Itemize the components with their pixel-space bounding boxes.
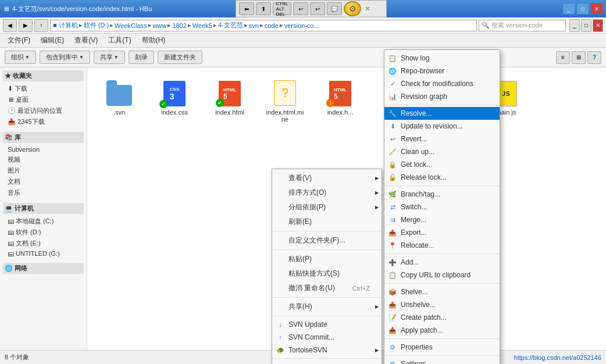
ctx-revision-graph[interactable]: 📊 Revision graph [384,90,500,103]
ctx-new[interactable]: 新建(W) ▶ [272,361,382,364]
ctx-repo-browser[interactable]: 🌐 Repo-browser [384,65,500,77]
up-btn[interactable]: ↑ [34,19,48,32]
ctx-view[interactable]: 查看(V) ▶ [272,171,382,185]
ctx-group[interactable]: 分组依据(P) ▶ [272,200,382,215]
menu-edit[interactable]: 编辑(E) [36,34,69,47]
sidebar-item-drive-g[interactable]: 🖴 UNTITLED (G:) [3,249,84,258]
sidebar-item-drive-d[interactable]: 🖴 软件 (D:) [3,227,84,238]
sidebar-item-recent[interactable]: 🕐 最近访问的位置 [3,105,84,116]
favorites-header[interactable]: ★ 收藏夹 [3,70,84,81]
ctx-refresh[interactable]: 刷新(E) [272,215,382,229]
ctx-shelve[interactable]: 📦 Shelve... [384,286,500,298]
path-weekclass[interactable]: WeekClass [115,22,147,29]
search-box[interactable]: 🔍 搜索 version-code [479,20,566,31]
ctx-update-revision[interactable]: ⬇ Update to revision... [384,120,500,133]
sidebar-item-desktop[interactable]: 🖥 桌面 [3,94,84,105]
path-week5[interactable]: Week5 [193,22,212,29]
help-question-btn[interactable]: ? [587,51,601,64]
ctx-paste-shortcut[interactable]: 粘贴快捷方式(S) [272,266,382,281]
view-grid-btn[interactable]: ⊞ [572,51,586,64]
ctx-export[interactable]: 📤 Export... [384,226,500,239]
sidebar-item-pictures[interactable]: 图片 [3,165,84,176]
sidebar-item-drive-c[interactable]: 🖴 本地磁盘 (C:) [3,216,84,227]
window-close-btn-2[interactable]: ✕ [593,19,603,32]
ctx-switch[interactable]: ⇄ Switch... [384,201,500,213]
organize-btn[interactable]: 组织 ▼ [5,51,36,64]
path-1802[interactable]: 1802 [172,22,186,29]
ctx-copy-url[interactable]: 📋 Copy URL to clipboard [384,269,500,281]
minimize-btn[interactable]: _ [562,3,575,15]
include-library-btn[interactable]: 包含到库中 ▼ [40,51,90,64]
hb-chat-btn[interactable]: 💬 [327,2,342,15]
new-folder-btn[interactable]: 新建文件夹 [158,51,202,64]
ctx-tortoise-svn[interactable]: 🐢 TortoiseSVN ▶ [272,344,382,356]
sidebar-item-documents[interactable]: 文档 [3,176,84,187]
path-computer[interactable]: ■ 计算机 [53,21,78,30]
burn-btn[interactable]: 刻录 [129,51,154,64]
file-svn[interactable]: .svn [96,76,142,126]
menu-tools[interactable]: 工具(T) [104,34,136,47]
ctx-resolve[interactable]: 🔧 Resolve... [384,107,500,120]
ctx-relocate[interactable]: 📍 Relocate... [384,239,500,252]
hb-gear-btn[interactable]: ⚙ [344,1,361,16]
path-code[interactable]: code [265,22,279,29]
hb-ctrl-alt-del-btn[interactable]: CTRLALTDEL [273,2,291,15]
hb-up-btn[interactable]: ⬆ [256,2,271,15]
ctx-branch-tag[interactable]: 🌿 Branch/tag... [384,188,500,201]
ctx-custom-folder[interactable]: 自定义文件夹(F)... [272,233,382,248]
sidebar-item-downloads[interactable]: ⬇ 下载 [3,83,84,94]
ctx-unshelve[interactable]: 📤 Unshelve... [384,298,500,311]
file-index-html[interactable]: HTML 5 ✓ index.html [206,76,253,126]
ctx-get-lock[interactable]: 🔒 Get lock... [384,158,500,171]
ctx-svn-update[interactable]: ↓ SVN Update [272,318,382,331]
path-software[interactable]: 软件 (D:) [84,21,109,30]
ctx-paste[interactable]: 粘贴(P) [272,252,382,266]
libraries-header[interactable]: 📚 库 [3,132,84,143]
ctx-show-log[interactable]: 📋 Show log [384,52,500,65]
menu-view[interactable]: 查看(V) [70,34,102,47]
ctx-properties-svn[interactable]: ⚙ Properties [384,341,500,354]
file-index-css[interactable]: CSS 3 ✓ index.css [151,76,198,126]
address-path[interactable]: ■ 计算机 ▸ 软件 (D:) ▸ WeekClass ▸ www ▸ 1802… [50,20,477,31]
menu-file[interactable]: 文件(F) [3,34,35,47]
sidebar-item-subversion[interactable]: Subversion [3,145,84,154]
hb-back-btn[interactable]: ↩ [293,2,308,15]
hb-close-btn[interactable]: ✕ [363,4,372,13]
ctx-release-lock[interactable]: 🔓 Release lock... [384,171,500,184]
file-index-html-mine[interactable]: ? index.html.mine [262,76,308,126]
ctx-svn-commit[interactable]: ↑ SVN Commit... [272,331,382,344]
ctx-apply-patch[interactable]: 📥 Apply patch... [384,324,500,337]
path-svn[interactable]: svn [249,22,259,29]
close-btn[interactable]: ✕ [590,3,603,15]
network-header[interactable]: 🌐 网络 [3,263,84,274]
maximize-btn[interactable]: □ [576,3,589,15]
path-wenyi[interactable]: 4-文艺范 [218,21,243,30]
ctx-create-patch[interactable]: 📝 Create patch... [384,311,500,324]
sidebar-item-music[interactable]: 音乐 [3,187,84,198]
menu-help[interactable]: 帮助(H) [137,34,170,47]
path-version-code[interactable]: version-co... [284,22,319,29]
sidebar-item-drive-e[interactable]: 🖴 文档 (E:) [3,238,84,249]
forward-btn[interactable]: ▶ [19,19,33,32]
file-index-conflict[interactable]: HTML 5 ! index.h... [317,76,363,126]
ctx-add[interactable]: ➕ Add... [384,256,500,269]
sidebar-item-video[interactable]: 视频 [3,154,84,165]
ctx-settings[interactable]: ⚙ Settings [384,358,500,364]
window-minimize-btn-2[interactable]: _ [569,19,580,32]
ctx-sort[interactable]: 排序方式(O) ▶ [272,185,382,200]
ctx-undo-rename[interactable]: 撤消 重命名(U) Ctrl+Z [272,281,382,295]
ctx-clean-up[interactable]: 🧹 Clean up... [384,145,500,158]
path-www[interactable]: www [153,22,167,29]
hb-nav-btn[interactable]: ⬅ [239,2,254,15]
computer-header[interactable]: 💻 计算机 [3,203,84,214]
sidebar-item-2345[interactable]: 📥 2345下载 [3,116,84,127]
share-btn[interactable]: 共享 ▼ [94,51,125,64]
ctx-revert[interactable]: ↩ Revert... [384,133,500,145]
back-btn[interactable]: ◀ [3,19,17,32]
ctx-share[interactable]: 共享(H) ▶ [272,299,382,314]
window-restore-btn[interactable]: □ [581,19,591,32]
hb-forward-btn[interactable]: ↩ [310,2,325,15]
ctx-check-modifications[interactable]: ✓ Check for modifications [384,77,500,90]
view-list-btn[interactable]: ≡ [556,51,570,64]
ctx-merge[interactable]: ⇉ Merge... [384,213,500,226]
